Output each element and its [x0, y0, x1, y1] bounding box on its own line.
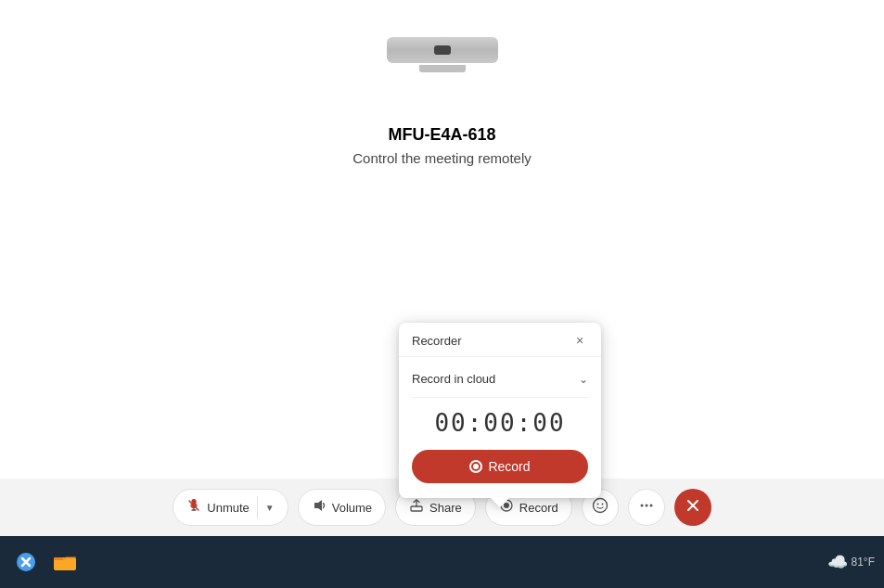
weather-icon: ☁️ [827, 552, 848, 572]
unmute-label: Unmute [207, 501, 250, 515]
timer-display: 00:00:00 [434, 409, 565, 437]
svg-point-12 [645, 505, 647, 507]
record-toolbar-label: Record [519, 501, 558, 515]
taskbar: ☁️ 81°F [0, 536, 884, 588]
taskbar-right: ☁️ 81°F [827, 552, 875, 572]
taskbar-left [9, 545, 82, 579]
end-call-button[interactable] [674, 489, 711, 526]
close-icon [685, 497, 701, 518]
chevron-down-icon: ⌄ [579, 373, 588, 386]
emoji-icon [592, 497, 609, 518]
recorder-close-button[interactable]: × [571, 332, 588, 349]
camera-stand [419, 65, 466, 72]
record-btn-label: Record [488, 459, 530, 474]
weather-display: ☁️ 81°F [827, 552, 875, 572]
start-button[interactable] [9, 545, 43, 579]
share-icon [409, 498, 424, 517]
device-name: MFU-E4A-618 [388, 125, 495, 145]
unmute-divider [257, 496, 258, 518]
weather-temp: 81°F [852, 556, 875, 569]
device-subtitle: Control the meeting remotely [352, 150, 532, 166]
recorder-header: Recorder × [399, 323, 601, 357]
more-icon [638, 497, 655, 518]
svg-point-13 [649, 505, 652, 507]
recorder-body: Record in cloud ⌄ 00:00:00 Record [399, 357, 601, 498]
record-start-button[interactable]: Record [412, 450, 588, 483]
record-in-cloud-label: Record in cloud [412, 372, 495, 386]
svg-marker-3 [314, 500, 322, 511]
recorder-popup: Recorder × Record in cloud ⌄ 00:00:00 Re… [399, 323, 601, 498]
record-circle-icon [469, 460, 482, 473]
more-button[interactable] [628, 489, 665, 526]
microphone-muted-icon [186, 498, 201, 517]
camera-device-image [382, 37, 503, 88]
volume-icon [312, 498, 327, 517]
camera-lens [434, 45, 451, 55]
svg-point-10 [601, 504, 603, 505]
svg-point-8 [593, 499, 607, 513]
svg-rect-4 [411, 506, 422, 511]
share-label: Share [429, 501, 462, 515]
record-in-cloud-selector[interactable]: Record in cloud ⌄ [412, 368, 588, 398]
svg-point-11 [640, 505, 643, 507]
svg-point-9 [596, 504, 598, 505]
svg-rect-18 [54, 557, 63, 560]
unmute-caret-icon[interactable]: ▼ [265, 503, 275, 513]
record-dot [473, 464, 479, 469]
volume-button[interactable]: Volume [298, 489, 386, 526]
recorder-title: Recorder [412, 334, 461, 348]
volume-label: Volume [332, 501, 372, 515]
camera-body [387, 37, 498, 63]
file-explorer-button[interactable] [48, 545, 82, 579]
unmute-button[interactable]: Unmute ▼ [173, 489, 288, 526]
